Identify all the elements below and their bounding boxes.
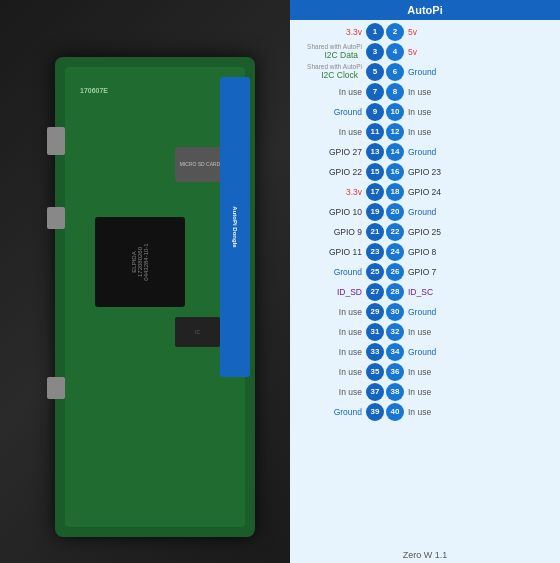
pin-label-left-10: GPIO 10 — [294, 207, 366, 217]
pin-29: 29 — [366, 303, 384, 321]
gpio-row-19: In use 37 38 In use — [294, 382, 556, 401]
pin-pair-13: 25 26 — [366, 263, 404, 281]
pin-label-left-7: GPIO 27 — [294, 147, 366, 157]
pin-22: 22 — [386, 223, 404, 241]
gpio-row-9: 3.3v 17 18 GPIO 24 — [294, 182, 556, 201]
small-chip: IC — [175, 317, 220, 347]
pin-pair-18: 35 36 — [366, 363, 404, 381]
gpio-row-1: 3.3v 1 2 5v — [294, 22, 556, 41]
gpio-row-8: GPIO 22 15 16 GPIO 23 — [294, 162, 556, 181]
gpio-table: 3.3v 1 2 5v Shared with AutoPi I2C Data … — [290, 20, 560, 547]
pin-label-right-9: GPIO 24 — [404, 187, 476, 197]
dongle-strip: AutoPi Dongle — [220, 77, 250, 377]
pin-10: 10 — [386, 103, 404, 121]
pin-label-right-10: Ground — [404, 207, 476, 217]
gpio-row-17: In use 33 34 Ground — [294, 342, 556, 361]
pin-4: 4 — [386, 43, 404, 61]
pin-label-right-8: GPIO 23 — [404, 167, 476, 177]
chip-label: ELPIDA1720802600443284-10-1 — [131, 243, 149, 280]
gpio-row-16: In use 31 32 In use — [294, 322, 556, 341]
pin-label-left-16: In use — [294, 327, 366, 337]
gpio-row-10: GPIO 10 19 20 Ground — [294, 202, 556, 221]
pin-label-right-6: In use — [404, 127, 476, 137]
gpio-row-12: GPIO 11 23 24 GPIO 8 — [294, 242, 556, 261]
pin-8: 8 — [386, 83, 404, 101]
pin-pair-10: 19 20 — [366, 203, 404, 221]
gpio-row-18: In use 35 36 In use — [294, 362, 556, 381]
pin-label-left-3: I2C Clock — [294, 70, 362, 80]
pin-pair-17: 33 34 — [366, 343, 404, 361]
pin-label-left-13: Ground — [294, 267, 366, 277]
pin-label-left-11: GPIO 9 — [294, 227, 366, 237]
pin-pair-11: 21 22 — [366, 223, 404, 241]
gpio-row-4: In use 7 8 In use — [294, 82, 556, 101]
pin-11: 11 — [366, 123, 384, 141]
pin-label-left-17: In use — [294, 347, 366, 357]
pin-23: 23 — [366, 243, 384, 261]
dongle-label: AutoPi Dongle — [232, 206, 238, 247]
pin-13: 13 — [366, 143, 384, 161]
pin-label-right-11: GPIO 25 — [404, 227, 476, 237]
pin-16: 16 — [386, 163, 404, 181]
pin-20: 20 — [386, 203, 404, 221]
gpio-row-2: Shared with AutoPi I2C Data 3 4 5v — [294, 42, 556, 61]
pcb-board: 170607E MICRO SD CARD ELPIDA172080260044… — [55, 57, 255, 537]
pin-label-left-14: ID_SD — [294, 287, 366, 297]
pin-39: 39 — [366, 403, 384, 421]
board-background: 170607E MICRO SD CARD ELPIDA172080260044… — [0, 0, 290, 563]
pin-label-left-19: In use — [294, 387, 366, 397]
pin-2: 2 — [386, 23, 404, 41]
pin-pair-6: 11 12 — [366, 123, 404, 141]
gpio-row-5: Ground 9 10 In use — [294, 102, 556, 121]
pin-label-right-7: Ground — [404, 147, 476, 157]
pin-5: 5 — [366, 63, 384, 81]
pin-label-left-4: In use — [294, 87, 366, 97]
pin-label-left-1: 3.3v — [294, 27, 366, 37]
pin-26: 26 — [386, 263, 404, 281]
pin-label-right-4: In use — [404, 87, 476, 97]
pin-18: 18 — [386, 183, 404, 201]
gpio-row-6: In use 11 12 In use — [294, 122, 556, 141]
gpio-row-7: GPIO 27 13 14 Ground — [294, 142, 556, 161]
pin-37: 37 — [366, 383, 384, 401]
pin-label-right-1: 5v — [404, 27, 476, 37]
pin-pair-4: 7 8 — [366, 83, 404, 101]
pin-38: 38 — [386, 383, 404, 401]
pin-label-right-3: Ground — [404, 67, 476, 77]
pin-label-left-5: Ground — [294, 107, 366, 117]
pin-label-right-18: In use — [404, 367, 476, 377]
pin-label-right-14: ID_SC — [404, 287, 476, 297]
pin-label-left-8: GPIO 22 — [294, 167, 366, 177]
pin-label-left-6: In use — [294, 127, 366, 137]
pin-pair-14: 27 28 — [366, 283, 404, 301]
pin-pair-5: 9 10 — [366, 103, 404, 121]
pin-pair-3: 5 6 — [366, 63, 404, 81]
pin-label-left-9: 3.3v — [294, 187, 366, 197]
usb-port-top — [47, 127, 65, 155]
pin-pair-15: 29 30 — [366, 303, 404, 321]
pin-label-left-15: In use — [294, 307, 366, 317]
pin-label-left-12: GPIO 11 — [294, 247, 366, 257]
pin-pair-1: 1 2 — [366, 23, 404, 41]
pin-27: 27 — [366, 283, 384, 301]
pin-label-left-20: Ground — [294, 407, 366, 417]
pin-9: 9 — [366, 103, 384, 121]
pin-34: 34 — [386, 343, 404, 361]
pin-label-right-20: In use — [404, 407, 476, 417]
pin-12: 12 — [386, 123, 404, 141]
gpio-row-13: Ground 25 26 GPIO 7 — [294, 262, 556, 281]
pin-pair-8: 15 16 — [366, 163, 404, 181]
pin-21: 21 — [366, 223, 384, 241]
usb-port-mid — [47, 207, 65, 229]
pin-pair-20: 39 40 — [366, 403, 404, 421]
pin-30: 30 — [386, 303, 404, 321]
pin-pair-7: 13 14 — [366, 143, 404, 161]
pin-1: 1 — [366, 23, 384, 41]
pin-36: 36 — [386, 363, 404, 381]
sd-card-label: MICRO SD CARD — [180, 161, 221, 167]
pcb-inner: 170607E MICRO SD CARD ELPIDA172080260044… — [65, 67, 245, 527]
pin-label-right-12: GPIO 8 — [404, 247, 476, 257]
board-id-label: 170607E — [80, 87, 108, 94]
pin-31: 31 — [366, 323, 384, 341]
pin-40: 40 — [386, 403, 404, 421]
